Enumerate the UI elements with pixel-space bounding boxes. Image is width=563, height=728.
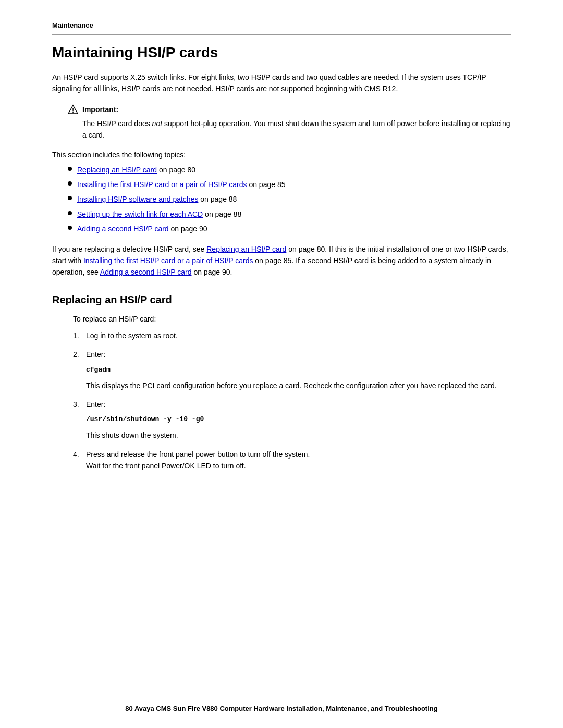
- step-2: 2. Enter: cfgadm This displays the PCI c…: [73, 349, 511, 391]
- page-container: Maintenance Maintaining HSI/P cards An H…: [0, 0, 563, 728]
- step-4-text: Press and release the front panel power …: [86, 450, 310, 459]
- step-3-note: This shuts down the system.: [86, 431, 178, 439]
- important-label: Important:: [82, 105, 118, 114]
- step-1-text: Log in to the system as root.: [86, 331, 178, 340]
- bullet-dot: [68, 211, 72, 215]
- svg-text:!: !: [72, 107, 74, 114]
- link-installing-software[interactable]: Installing HSI/P software and patches: [77, 195, 198, 203]
- list-item: Adding a second HSI/P card on page 90: [68, 223, 511, 235]
- bullet-dot: [68, 181, 72, 186]
- link-installing-first[interactable]: Installing the first HSI/P card or a pai…: [77, 180, 247, 189]
- bullet-dot: [68, 226, 72, 230]
- step-4-content: Press and release the front panel power …: [86, 449, 511, 472]
- list-item: Installing HSI/P software and patches on…: [68, 193, 511, 205]
- bullet-dot: [68, 167, 72, 171]
- step-1: 1. Log in to the system as root.: [73, 330, 511, 341]
- step-2-num: 2.: [73, 349, 86, 360]
- list-item: Setting up the switch link for each ACD …: [68, 208, 511, 220]
- list-item: Installing the first HSI/P card or a pai…: [68, 179, 511, 190]
- step-4-num: 4.: [73, 449, 86, 460]
- breadcrumb: Maintenance: [52, 21, 511, 29]
- topics-list: Replacing an HSI/P card on page 80 Insta…: [68, 164, 511, 235]
- footer-text: 80 Avaya CMS Sun Fire V880 Computer Hard…: [125, 705, 437, 712]
- step-2-note: This displays the PCI card configuration…: [86, 381, 497, 390]
- list-item: Replacing an HSI/P card on page 80: [68, 164, 511, 176]
- important-text-1: The HSI/P card does: [82, 119, 152, 128]
- link-replacing-hsip[interactable]: Replacing an HSI/P card: [77, 166, 157, 174]
- section-intro-text: This section includes the following topi…: [52, 151, 511, 159]
- breadcrumb-label: Maintenance: [52, 21, 93, 29]
- bullet-dot: [68, 196, 72, 200]
- step-1-content: Log in to the system as root.: [86, 330, 511, 341]
- important-header: ! Important:: [68, 104, 511, 115]
- section2-intro: To replace an HSI/P card:: [73, 313, 511, 325]
- list-item-text: Adding a second HSI/P card on page 90: [77, 223, 207, 235]
- list-item-text: Installing the first HSI/P card or a pai…: [77, 179, 285, 190]
- list-item-text: Setting up the switch link for each ACD …: [77, 208, 241, 220]
- important-em: not: [152, 119, 162, 128]
- body-link-3[interactable]: Adding a second HSI/P card: [100, 268, 192, 276]
- step-2-code: cfgadm: [86, 365, 511, 376]
- link-switch-link[interactable]: Setting up the switch link for each ACD: [77, 210, 203, 218]
- intro-paragraph: An HSI/P card supports X.25 switch links…: [52, 71, 511, 95]
- list-item-text: Installing HSI/P software and patches on…: [77, 193, 237, 205]
- body-paragraph: If you are replacing a defective HSI/P c…: [52, 243, 511, 278]
- body-link-2[interactable]: Installing the first HSI/P card or a pai…: [83, 256, 253, 265]
- important-box: ! Important: The HSI/P card does not sup…: [68, 104, 511, 141]
- body-text-4: on page 90.: [192, 268, 232, 276]
- body-link-1[interactable]: Replacing an HSI/P card: [206, 245, 286, 253]
- step-4-note: Wait for the front panel Power/OK LED to…: [86, 462, 246, 470]
- page-footer: 80 Avaya CMS Sun Fire V880 Computer Hard…: [52, 699, 511, 712]
- step-4: 4. Press and release the front panel pow…: [73, 449, 511, 472]
- step-2-content: Enter: cfgadm This displays the PCI card…: [86, 349, 511, 391]
- link-adding-second[interactable]: Adding a second HSI/P card: [77, 225, 169, 233]
- steps-list: 1. Log in to the system as root. 2. Ente…: [73, 330, 511, 472]
- step-3-content: Enter: /usr/sbin/shutdown -y -i0 -g0 Thi…: [86, 399, 511, 441]
- step-3-num: 3.: [73, 399, 86, 410]
- body-text-1: If you are replacing a defective HSI/P c…: [52, 245, 206, 253]
- step-1-num: 1.: [73, 330, 86, 341]
- page-title: Maintaining HSI/P cards: [52, 44, 511, 61]
- page-divider: [52, 34, 511, 35]
- list-item-text: Replacing an HSI/P card on page 80: [77, 164, 195, 176]
- step-3-text: Enter:: [86, 400, 105, 409]
- important-body: The HSI/P card does not support hot-plug…: [82, 118, 511, 141]
- step-3: 3. Enter: /usr/sbin/shutdown -y -i0 -g0 …: [73, 399, 511, 441]
- step-2-text: Enter:: [86, 350, 105, 359]
- step-3-code: /usr/sbin/shutdown -y -i0 -g0: [86, 414, 511, 425]
- warning-icon: !: [68, 104, 78, 115]
- section2-heading: Replacing an HSI/P card: [52, 294, 511, 306]
